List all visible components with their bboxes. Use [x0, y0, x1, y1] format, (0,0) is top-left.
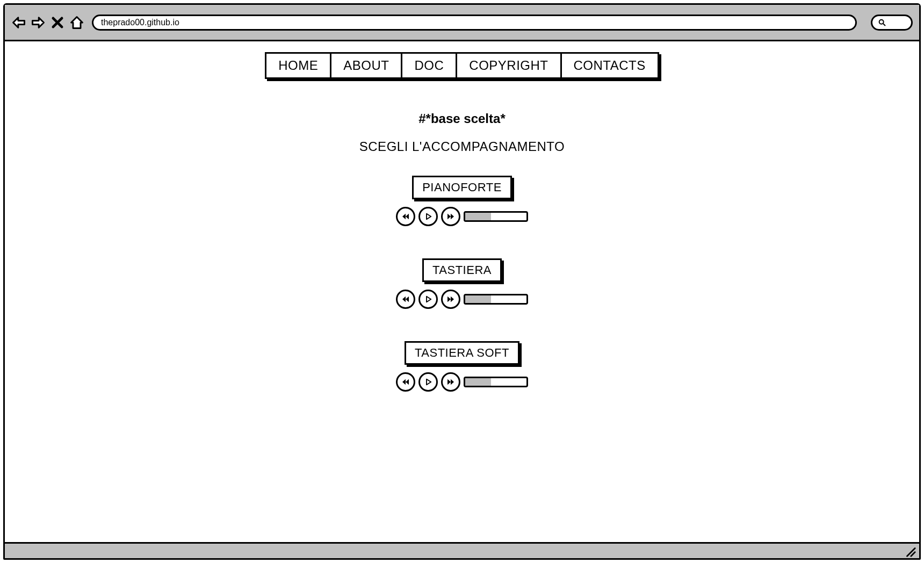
stop-icon[interactable] [50, 15, 65, 30]
play-icon [423, 212, 433, 221]
svg-marker-8 [451, 214, 454, 220]
progress-fill [465, 213, 491, 220]
svg-marker-4 [402, 214, 406, 220]
select-track-button[interactable]: TASTIERA [422, 258, 502, 282]
rewind-button[interactable] [396, 372, 415, 392]
page-headline: #*base scelta* [5, 111, 919, 126]
progress-fill [465, 295, 491, 303]
play-icon [423, 377, 433, 387]
progress-bar[interactable] [464, 377, 528, 387]
nav-home[interactable]: HOME [266, 54, 331, 77]
progress-bar[interactable] [464, 294, 528, 305]
fast-forward-button[interactable] [441, 207, 460, 226]
url-bar[interactable]: theprado00.github.io [92, 15, 857, 31]
rewind-button[interactable] [396, 290, 415, 309]
audio-player [396, 290, 528, 309]
page-subhead: SCEGLI L'ACCOMPAGNAMENTO [5, 139, 919, 154]
nav-doc[interactable]: DOC [402, 54, 457, 77]
svg-marker-13 [451, 297, 454, 302]
audio-player [396, 372, 528, 392]
svg-marker-17 [447, 379, 451, 385]
svg-line-19 [907, 548, 915, 557]
svg-marker-18 [451, 379, 454, 385]
track-tastiera-soft: TASTIERA SOFT [396, 341, 528, 392]
svg-marker-7 [447, 214, 451, 220]
fast-forward-icon [446, 294, 456, 304]
nav-about[interactable]: ABOUT [331, 54, 402, 77]
svg-marker-11 [427, 297, 431, 302]
fast-forward-icon [446, 377, 456, 387]
search-icon [878, 18, 886, 27]
progress-bar[interactable] [464, 211, 528, 222]
forward-icon[interactable] [31, 15, 46, 30]
fast-forward-icon [446, 212, 456, 221]
main-nav: HOME ABOUT DOC COPYRIGHT CONTACTS [265, 52, 659, 79]
browser-status-bar [5, 542, 919, 558]
svg-marker-12 [447, 297, 451, 302]
nav-copyright[interactable]: COPYRIGHT [457, 54, 561, 77]
svg-marker-5 [406, 214, 409, 220]
rewind-button[interactable] [396, 207, 415, 226]
resize-grip-icon[interactable] [904, 545, 916, 557]
select-track-button[interactable]: TASTIERA SOFT [405, 341, 519, 365]
svg-marker-16 [427, 379, 431, 385]
audio-player [396, 207, 528, 226]
browser-toolbar: theprado00.github.io [5, 5, 919, 41]
svg-marker-15 [406, 379, 409, 385]
track-list: PIANOFORTE [5, 176, 919, 392]
svg-marker-10 [406, 297, 409, 302]
track-tastiera: TASTIERA [396, 258, 528, 309]
fast-forward-button[interactable] [441, 290, 460, 309]
rewind-icon [401, 212, 410, 221]
select-track-button[interactable]: PIANOFORTE [412, 176, 512, 199]
svg-line-20 [911, 552, 915, 556]
svg-marker-6 [427, 214, 431, 220]
url-text: theprado00.github.io [101, 18, 179, 27]
rewind-icon [401, 377, 410, 387]
play-button[interactable] [418, 207, 438, 226]
play-button[interactable] [418, 372, 438, 392]
fast-forward-button[interactable] [441, 372, 460, 392]
rewind-icon [401, 294, 410, 304]
progress-fill [465, 378, 491, 386]
svg-line-3 [883, 24, 885, 26]
page-content: HOME ABOUT DOC COPYRIGHT CONTACTS #*base… [5, 41, 919, 542]
svg-marker-14 [402, 379, 406, 385]
track-pianoforte: PIANOFORTE [396, 176, 528, 226]
nav-contacts[interactable]: CONTACTS [562, 54, 658, 77]
play-icon [423, 294, 433, 304]
play-button[interactable] [418, 290, 438, 309]
home-icon[interactable] [69, 15, 84, 30]
svg-point-2 [879, 19, 884, 24]
search-pill[interactable] [871, 15, 913, 31]
browser-window: theprado00.github.io HOME ABOUT DOC COPY… [3, 3, 921, 560]
svg-marker-9 [402, 297, 406, 302]
back-icon[interactable] [11, 15, 26, 30]
